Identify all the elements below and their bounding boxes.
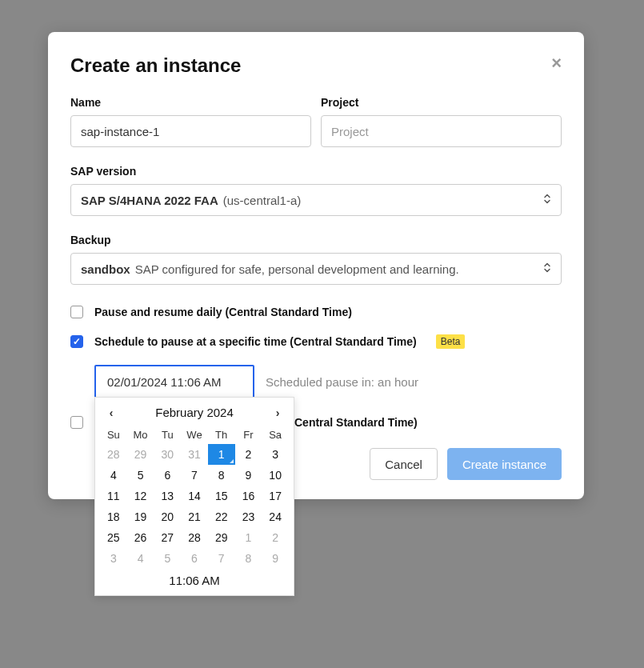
calendar-day-cell[interactable]: 5 xyxy=(154,548,181,569)
calendar-header: ‹ February 2024 › xyxy=(95,398,294,426)
project-group: Project xyxy=(321,96,562,147)
calendar-day-cell[interactable]: 4 xyxy=(100,465,127,486)
calendar-day-cell[interactable]: 16 xyxy=(235,486,262,506)
backup-select[interactable]: sandbox SAP configured for safe, persona… xyxy=(70,253,562,285)
calendar-day-cell[interactable]: 22 xyxy=(208,506,235,527)
calendar-prev-icon[interactable]: ‹ xyxy=(103,406,119,419)
calendar-day-cell[interactable]: 1 xyxy=(208,444,235,465)
project-label: Project xyxy=(321,96,562,109)
modal-header: Create an instance × xyxy=(70,54,562,77)
chevron-updown-icon xyxy=(543,262,551,276)
datetime-hint: Scheduled pause in: an hour xyxy=(266,375,418,389)
calendar-day-cell[interactable]: 17 xyxy=(262,486,289,506)
calendar-day-cell[interactable]: 27 xyxy=(154,527,181,548)
calendar-day-cell[interactable]: 29 xyxy=(127,444,154,465)
calendar-day-cell[interactable]: 13 xyxy=(154,486,181,506)
calendar-next-icon[interactable]: › xyxy=(270,406,286,419)
close-icon[interactable]: × xyxy=(551,54,562,72)
backup-group: Backup sandbox SAP configured for safe, … xyxy=(70,234,562,285)
create-instance-button[interactable]: Create instance xyxy=(447,448,562,480)
calendar-month-label: February 2024 xyxy=(155,406,234,419)
extra-label-partial: Central Standard Time) xyxy=(294,416,418,429)
calendar-dow-cell: We xyxy=(181,426,208,444)
calendar-day-cell[interactable]: 15 xyxy=(208,486,235,506)
sap-version-select[interactable]: SAP S/4HANA 2022 FAA (us-central1-a) xyxy=(70,184,562,216)
calendar-dow-cell: Fr xyxy=(235,426,262,444)
pause-daily-label: Pause and resume daily (Central Standard… xyxy=(94,306,352,318)
calendar-day-cell[interactable]: 6 xyxy=(154,465,181,486)
calendar-day-cell[interactable]: 11 xyxy=(100,486,127,506)
calendar-dow-cell: Th xyxy=(208,426,235,444)
calendar-dow-row: SuMoTuWeThFrSa xyxy=(95,426,294,444)
calendar-dow-cell: Tu xyxy=(154,426,181,444)
pause-daily-row: Pause and resume daily (Central Standard… xyxy=(70,306,562,318)
calendar-day-cell[interactable]: 3 xyxy=(262,444,289,465)
sap-version-group: SAP version SAP S/4HANA 2022 FAA (us-cen… xyxy=(70,165,562,216)
name-label: Name xyxy=(70,96,311,109)
calendar-day-cell[interactable]: 10 xyxy=(262,465,289,486)
create-instance-modal: Create an instance × Name Project SAP ve… xyxy=(48,32,584,499)
calendar-dow-cell: Mo xyxy=(127,426,154,444)
modal-title: Create an instance xyxy=(70,54,241,77)
sap-version-value: SAP S/4HANA 2022 FAA xyxy=(81,194,218,207)
calendar-day-cell[interactable]: 28 xyxy=(181,527,208,548)
schedule-pause-checkbox[interactable]: ✓ xyxy=(70,335,83,348)
calendar-day-cell[interactable]: 1 xyxy=(235,527,262,548)
calendar-day-cell[interactable]: 29 xyxy=(208,527,235,548)
chevron-updown-icon xyxy=(543,194,551,207)
calendar-day-cell[interactable]: 4 xyxy=(127,548,154,569)
beta-badge: Beta xyxy=(436,334,466,349)
calendar-day-cell[interactable]: 8 xyxy=(235,548,262,569)
calendar-day-cell[interactable]: 7 xyxy=(208,548,235,569)
calendar-dow-cell: Sa xyxy=(262,426,289,444)
calendar-day-cell[interactable]: 8 xyxy=(208,465,235,486)
schedule-pause-label: Schedule to pause at a specific time (Ce… xyxy=(94,335,417,348)
datepicker-popover: ‹ February 2024 › SuMoTuWeThFrSa 2829303… xyxy=(94,397,294,596)
calendar-day-cell[interactable]: 2 xyxy=(235,444,262,465)
calendar-day-cell[interactable]: 3 xyxy=(100,548,127,569)
calendar-day-cell[interactable]: 30 xyxy=(154,444,181,465)
name-input[interactable] xyxy=(70,115,311,147)
calendar-day-cell[interactable]: 7 xyxy=(181,465,208,486)
calendar-day-cell[interactable]: 19 xyxy=(127,506,154,527)
calendar-dow-cell: Su xyxy=(100,426,127,444)
calendar-day-cell[interactable]: 25 xyxy=(100,527,127,548)
calendar-day-cell[interactable]: 5 xyxy=(127,465,154,486)
backup-desc: SAP configured for safe, personal develo… xyxy=(135,262,459,276)
calendar-day-cell[interactable]: 26 xyxy=(127,527,154,548)
calendar-day-cell[interactable]: 23 xyxy=(235,506,262,527)
extra-checkbox[interactable] xyxy=(70,416,83,429)
datetime-container: 02/01/2024 11:06 AM Scheduled pause in: … xyxy=(94,365,562,398)
calendar-day-cell[interactable]: 28 xyxy=(100,444,127,465)
calendar-day-cell[interactable]: 9 xyxy=(235,465,262,486)
schedule-pause-row: ✓ Schedule to pause at a specific time (… xyxy=(70,334,562,349)
backup-value: sandbox xyxy=(81,262,130,276)
calendar-days-grid: 2829303112345678910111213141516171819202… xyxy=(95,444,294,569)
project-input[interactable] xyxy=(321,115,562,147)
calendar-day-cell[interactable]: 18 xyxy=(100,506,127,527)
calendar-day-cell[interactable]: 31 xyxy=(181,444,208,465)
calendar-day-cell[interactable]: 6 xyxy=(181,548,208,569)
calendar-day-cell[interactable]: 9 xyxy=(262,548,289,569)
backup-label: Backup xyxy=(70,234,562,246)
calendar-day-cell[interactable]: 14 xyxy=(181,486,208,506)
calendar-day-cell[interactable]: 20 xyxy=(154,506,181,527)
cancel-button[interactable]: Cancel xyxy=(370,448,438,480)
pause-daily-checkbox[interactable] xyxy=(70,306,83,318)
datetime-input[interactable]: 02/01/2024 11:06 AM xyxy=(94,365,254,398)
sap-version-label: SAP version xyxy=(70,165,562,178)
calendar-day-cell[interactable]: 21 xyxy=(181,506,208,527)
calendar-time-label[interactable]: 11:06 AM xyxy=(95,569,294,589)
calendar-day-cell[interactable]: 12 xyxy=(127,486,154,506)
sap-version-region: (us-central1-a) xyxy=(223,194,302,207)
name-group: Name xyxy=(70,96,311,147)
calendar-day-cell[interactable]: 24 xyxy=(262,506,289,527)
calendar-day-cell[interactable]: 2 xyxy=(262,527,289,548)
form-row-name-project: Name Project xyxy=(70,96,562,147)
